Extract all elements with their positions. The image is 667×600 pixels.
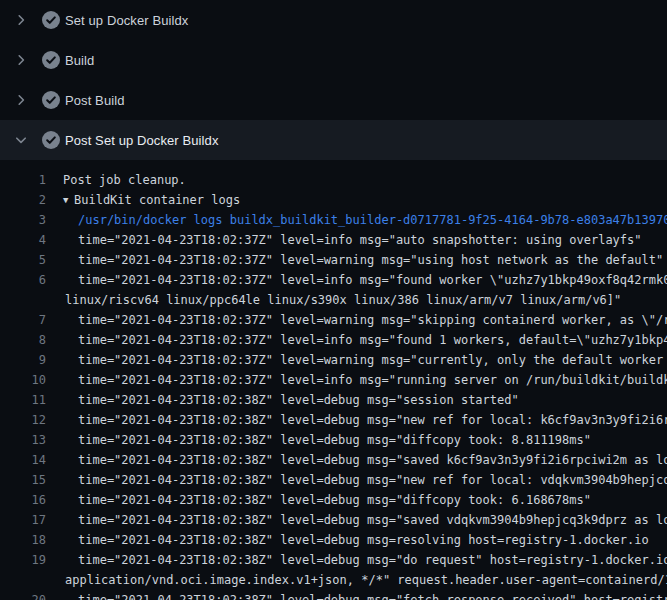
log-line: 17time="2021-04-23T18:02:38Z" level=debu… <box>0 510 667 530</box>
check-circle-icon <box>42 11 60 29</box>
step-header-post-set-up-docker-buildx[interactable]: Post Set up Docker Buildx <box>0 120 667 160</box>
log-line: 15time="2021-04-23T18:02:38Z" level=debu… <box>0 470 667 490</box>
log-line: 16time="2021-04-23T18:02:38Z" level=debu… <box>0 490 667 510</box>
log-line-number[interactable]: 15 <box>0 470 46 490</box>
log-line: 13time="2021-04-23T18:02:38Z" level=debu… <box>0 430 667 450</box>
log-line-number[interactable]: 19 <box>0 550 46 570</box>
log-line: 9time="2021-04-23T18:02:37Z" level=warni… <box>0 350 667 370</box>
step-title: Build <box>65 53 94 68</box>
check-circle-icon <box>42 91 60 109</box>
log-line-number <box>0 570 46 590</box>
log-line-text: Post job cleanup. <box>63 170 186 190</box>
log-container[interactable]: 1Post job cleanup.2▼BuildKit container l… <box>0 160 667 600</box>
chevron-right-icon <box>13 12 29 28</box>
log-line-number[interactable]: 13 <box>0 430 46 450</box>
log-command-text: /usr/bin/docker logs buildx_buildkit_bui… <box>78 210 667 230</box>
log-line-number <box>0 290 46 310</box>
log-line-text: time="2021-04-23T18:02:38Z" level=debug … <box>78 470 667 490</box>
log-line: 11time="2021-04-23T18:02:38Z" level=debu… <box>0 390 667 410</box>
log-line-number[interactable]: 4 <box>0 230 46 250</box>
log-line: 3/usr/bin/docker logs buildx_buildkit_bu… <box>0 210 667 230</box>
check-circle-icon <box>42 131 60 149</box>
step-header-post-build[interactable]: Post Build <box>0 80 667 120</box>
step-list: Set up Docker Buildx Build Post Build Po… <box>0 0 667 160</box>
log-line: 5time="2021-04-23T18:02:37Z" level=warni… <box>0 250 667 270</box>
log-line-text: application/vnd.oci.image.index.v1+json,… <box>65 570 667 590</box>
log-line-number[interactable]: 14 <box>0 450 46 470</box>
step-header-build[interactable]: Build <box>0 40 667 80</box>
log-line-number[interactable]: 6 <box>0 270 46 290</box>
log-line-text: time="2021-04-23T18:02:37Z" level=info m… <box>78 230 642 250</box>
log-line: 14time="2021-04-23T18:02:38Z" level=debu… <box>0 450 667 470</box>
log-line-number[interactable]: 9 <box>0 350 46 370</box>
log-line-text: time="2021-04-23T18:02:38Z" level=debug … <box>78 510 667 530</box>
chevron-right-icon <box>13 52 29 68</box>
log-line: 10time="2021-04-23T18:02:37Z" level=info… <box>0 370 667 390</box>
log-line-text: time="2021-04-23T18:02:38Z" level=debug … <box>78 430 591 450</box>
log-line-number[interactable]: 18 <box>0 530 46 550</box>
log-line-text: time="2021-04-23T18:02:37Z" level=info m… <box>78 330 667 350</box>
log-line-text: time="2021-04-23T18:02:37Z" level=warnin… <box>78 310 667 330</box>
log-line: 7time="2021-04-23T18:02:37Z" level=warni… <box>0 310 667 330</box>
log-line-text: time="2021-04-23T18:02:38Z" level=debug … <box>78 490 591 510</box>
log-line-text: time="2021-04-23T18:02:37Z" level=info m… <box>78 270 667 290</box>
log-line-text: time="2021-04-23T18:02:38Z" level=debug … <box>78 410 667 430</box>
step-header-set-up-docker-buildx[interactable]: Set up Docker Buildx <box>0 0 667 40</box>
log-line: application/vnd.oci.image.index.v1+json,… <box>0 570 667 590</box>
step-title: Post Build <box>65 93 125 108</box>
step-title: Set up Docker Buildx <box>65 13 188 28</box>
log-line-text: time="2021-04-23T18:02:37Z" level=info m… <box>78 370 667 390</box>
step-title: Post Set up Docker Buildx <box>65 133 219 148</box>
log-line-text: BuildKit container logs <box>74 190 240 210</box>
log-line-text: time="2021-04-23T18:02:38Z" level=debug … <box>78 550 667 570</box>
chevron-down-icon <box>13 132 29 148</box>
log-line-text: time="2021-04-23T18:02:38Z" level=debug … <box>78 450 667 470</box>
log-line-text: time="2021-04-23T18:02:38Z" level=debug … <box>78 530 649 550</box>
log-group-toggle-icon[interactable]: ▼ <box>63 190 74 210</box>
log-line-number[interactable]: 12 <box>0 410 46 430</box>
log-line-number[interactable]: 3 <box>0 210 46 230</box>
log-line-number[interactable]: 17 <box>0 510 46 530</box>
log-line: 12time="2021-04-23T18:02:38Z" level=debu… <box>0 410 667 430</box>
log-line-number[interactable]: 7 <box>0 310 46 330</box>
log-line: 6time="2021-04-23T18:02:37Z" level=info … <box>0 270 667 290</box>
log-line-text: time="2021-04-23T18:02:38Z" level=debug … <box>78 390 519 410</box>
log-line-text: time="2021-04-23T18:02:37Z" level=warnin… <box>78 350 667 370</box>
log-line: 2▼BuildKit container logs <box>0 190 667 210</box>
log-line-number[interactable]: 1 <box>0 170 46 190</box>
log-line-number[interactable]: 20 <box>0 590 46 600</box>
log-line-number[interactable]: 16 <box>0 490 46 510</box>
log-line-number[interactable]: 8 <box>0 330 46 350</box>
log-line: 19time="2021-04-23T18:02:38Z" level=debu… <box>0 550 667 570</box>
log-line-number[interactable]: 2 <box>0 190 46 210</box>
log-line: 18time="2021-04-23T18:02:38Z" level=debu… <box>0 530 667 550</box>
chevron-right-icon <box>13 92 29 108</box>
log-line-text: time="2021-04-23T18:02:38Z" level=debug … <box>78 590 667 600</box>
log-line-number[interactable]: 11 <box>0 390 46 410</box>
log-line-number[interactable]: 10 <box>0 370 46 390</box>
log-line-text: time="2021-04-23T18:02:37Z" level=warnin… <box>78 250 663 270</box>
log-line: 1Post job cleanup. <box>0 170 667 190</box>
log-line: linux/riscv64 linux/ppc64le linux/s390x … <box>0 290 667 310</box>
log-line: 8time="2021-04-23T18:02:37Z" level=info … <box>0 330 667 350</box>
log-line: 4time="2021-04-23T18:02:37Z" level=info … <box>0 230 667 250</box>
log-line-text: linux/riscv64 linux/ppc64le linux/s390x … <box>65 290 621 310</box>
check-circle-icon <box>42 51 60 69</box>
log-line: 20time="2021-04-23T18:02:38Z" level=debu… <box>0 590 667 600</box>
log-line-number[interactable]: 5 <box>0 250 46 270</box>
